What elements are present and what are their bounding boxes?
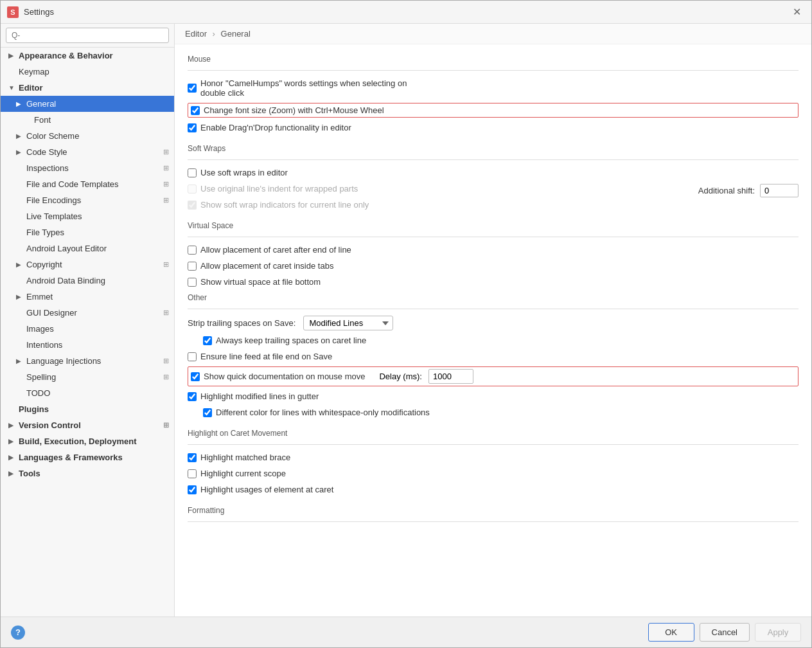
close-button[interactable]: ✕	[789, 4, 805, 19]
sidebar-item-version-control[interactable]: ▶ Version Control ⊞	[1, 417, 174, 433]
keep-trailing-label: Always keep trailing spaces on caret lin…	[216, 336, 366, 345]
highlight-modified-checkbox[interactable]	[188, 392, 197, 401]
sidebar-item-intentions[interactable]: Intentions	[1, 337, 174, 353]
sidebar-item-languages-frameworks[interactable]: ▶ Languages & Frameworks	[1, 449, 174, 465]
strip-trailing-select[interactable]: Modified Lines None All	[303, 316, 393, 330]
search-input[interactable]	[6, 28, 169, 43]
expand-icon: ▼	[8, 84, 16, 91]
matched-brace-label: Highlight matched brace	[200, 453, 290, 462]
quick-doc-label: Show quick documentation on mouse move	[204, 372, 365, 381]
sidebar-item-file-code-templates[interactable]: File and Code Templates ⊞	[1, 176, 174, 192]
titlebar-left: S Settings	[7, 6, 54, 18]
help-button[interactable]: ?	[11, 626, 25, 640]
sidebar-item-general[interactable]: ▶ General	[1, 96, 174, 112]
sidebar-item-label: Emmet	[26, 292, 169, 302]
expand-icon: ▶	[16, 148, 24, 156]
sidebar-item-label: TODO	[26, 388, 169, 398]
sidebar-item-emmet[interactable]: ▶ Emmet	[1, 289, 174, 305]
quick-doc-checkbox[interactable]	[191, 372, 200, 381]
apply-button[interactable]: Apply	[755, 623, 801, 642]
sidebar-item-gui-designer[interactable]: GUI Designer ⊞	[1, 305, 174, 321]
sidebar-item-tools[interactable]: ▶ Tools	[1, 465, 174, 482]
caret-end-line-row: Allow placement of caret after end of li…	[188, 244, 799, 256]
sidebar-item-label: Build, Execution, Deployment	[19, 437, 169, 446]
current-scope-row: Highlight current scope	[188, 467, 799, 480]
sidebar-item-todo[interactable]: TODO	[1, 385, 174, 401]
delay-label: Delay (ms):	[379, 372, 421, 381]
footer-bar: ? OK Cancel Apply	[1, 616, 811, 647]
expand-icon: ▶	[16, 357, 24, 364]
sidebar-item-file-encodings[interactable]: File Encodings ⊞	[1, 192, 174, 208]
font-zoom-checkbox[interactable]	[191, 106, 200, 115]
sidebar-item-file-types[interactable]: File Types	[1, 224, 174, 240]
sidebar-item-label: Inspections	[26, 163, 161, 173]
sidebar-item-label: Appearance & Behavior	[19, 51, 169, 60]
current-scope-label: Highlight current scope	[200, 469, 286, 478]
sidebar-item-label: Android Layout Editor	[26, 244, 169, 253]
titlebar: S Settings ✕	[1, 1, 811, 24]
badge-icon: ⊞	[163, 180, 169, 188]
sidebar-item-label: Keymap	[19, 67, 169, 76]
diff-color-label: Different color for lines with whitespac…	[216, 408, 430, 417]
additional-shift-input[interactable]	[760, 184, 799, 197]
badge-icon: ⊞	[163, 421, 169, 429]
caret-inside-tabs-row: Allow placement of caret inside tabs	[188, 260, 799, 272]
badge-icon: ⊞	[163, 357, 169, 365]
virtual-space-title: Virtual Space	[188, 221, 799, 231]
line-feed-label: Ensure line feed at file end on Save	[200, 352, 332, 361]
diff-color-checkbox[interactable]	[203, 408, 212, 417]
sidebar-item-appearance[interactable]: ▶ Appearance & Behavior	[1, 48, 174, 64]
highlight-caret-section: Highlight on Caret Movement Highlight ma…	[188, 429, 799, 496]
original-indent-checkbox[interactable]	[188, 184, 197, 194]
expand-icon: ▶	[16, 100, 24, 107]
sidebar-item-label: Language Injections	[26, 356, 161, 366]
cancel-button[interactable]: Cancel	[700, 623, 750, 642]
sidebar-item-language-injections[interactable]: ▶ Language Injections ⊞	[1, 353, 174, 369]
expand-icon: ▶	[8, 438, 16, 445]
sidebar-item-images[interactable]: Images	[1, 321, 174, 337]
sidebar-item-android-data[interactable]: Android Data Binding	[1, 273, 174, 289]
drag-drop-checkbox[interactable]	[188, 123, 197, 132]
caret-end-line-checkbox[interactable]	[188, 246, 197, 255]
sidebar-item-build-execution[interactable]: ▶ Build, Execution, Deployment	[1, 433, 174, 449]
current-scope-checkbox[interactable]	[188, 469, 197, 478]
use-soft-wrap-checkbox[interactable]	[188, 168, 197, 177]
caret-inside-tabs-checkbox[interactable]	[188, 262, 197, 271]
matched-brace-checkbox[interactable]	[188, 453, 197, 462]
sidebar-item-plugins[interactable]: Plugins	[1, 401, 174, 417]
sidebar-item-label: File and Code Templates	[26, 179, 161, 189]
wrap-indicator-checkbox[interactable]	[188, 201, 197, 210]
use-soft-wrap-row: Use soft wraps in editor	[188, 166, 799, 179]
quick-doc-row: Show quick documentation on mouse move D…	[188, 366, 799, 386]
sidebar-item-spelling[interactable]: Spelling ⊞	[1, 369, 174, 385]
badge-icon: ⊞	[163, 260, 169, 269]
keep-trailing-checkbox[interactable]	[203, 336, 212, 345]
mouse-section-title: Mouse	[188, 55, 799, 65]
sidebar-item-editor[interactable]: ▼ Editor	[1, 80, 174, 96]
delay-input[interactable]	[428, 369, 473, 384]
sidebar-item-keymap[interactable]: Keymap	[1, 64, 174, 80]
keep-trailing-row: Always keep trailing spaces on caret lin…	[203, 334, 799, 346]
sidebar-item-color-scheme[interactable]: ▶ Color Scheme	[1, 128, 174, 144]
sidebar-item-font[interactable]: Font	[1, 112, 174, 128]
sidebar-item-label: Copyright	[26, 260, 161, 269]
sidebar-item-code-style[interactable]: ▶ Code Style ⊞	[1, 144, 174, 160]
matched-brace-row: Highlight matched brace	[188, 451, 799, 464]
sidebar-item-label: Editor	[19, 83, 169, 93]
sidebar-item-live-templates[interactable]: Live Templates	[1, 208, 174, 224]
sidebar-item-label: Code Style	[26, 147, 161, 157]
camelhumps-checkbox[interactable]	[188, 84, 197, 93]
soft-wraps-section: Soft Wraps Use soft wraps in editor Use …	[188, 144, 799, 211]
sidebar-item-label: Intentions	[26, 340, 169, 350]
formatting-section: Formatting	[188, 506, 799, 522]
line-feed-checkbox[interactable]	[188, 352, 197, 361]
sidebar-item-label: General	[26, 99, 169, 109]
sidebar-item-android-layout[interactable]: Android Layout Editor	[1, 240, 174, 256]
strip-trailing-row: Strip trailing spaces on Save: Modified …	[188, 316, 799, 330]
virtual-bottom-checkbox[interactable]	[188, 278, 197, 287]
highlight-usages-checkbox[interactable]	[188, 485, 197, 494]
highlight-modified-label: Highlight modified lines in gutter	[200, 392, 319, 401]
sidebar-item-inspections[interactable]: Inspections ⊞	[1, 160, 174, 176]
ok-button[interactable]: OK	[648, 623, 694, 642]
sidebar-item-copyright[interactable]: ▶ Copyright ⊞	[1, 256, 174, 273]
